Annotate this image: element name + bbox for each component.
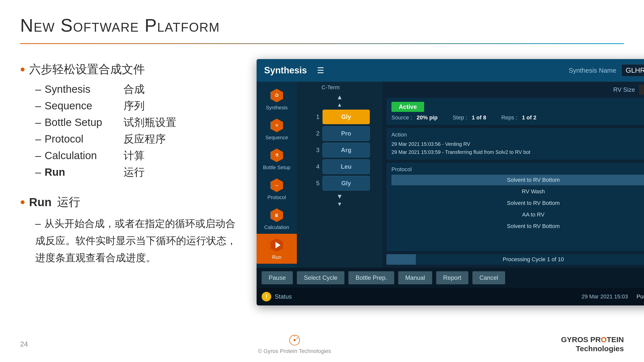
gyros-logo-icon — [288, 334, 301, 346]
svg-point-13 — [294, 339, 296, 341]
triangle-up-small-icon[interactable]: ▲ — [337, 102, 342, 108]
app-status-bar: ! Status 29 Mar 2021 15:03 PurePep Sonat… — [257, 288, 644, 305]
status-bar-datetime: 29 Mar 2021 15:03 — [582, 293, 628, 300]
triangle-down-icon[interactable]: ▼ — [336, 193, 343, 200]
source-field: Source : 20% pip — [391, 114, 437, 121]
item-calculation-label: Calculation — [45, 150, 120, 162]
c-term-row: C-Term — [297, 84, 382, 93]
cancel-button[interactable]: Cancel — [472, 271, 505, 284]
sidebar-item-sequence[interactable]: ≡ Sequence — [257, 114, 297, 144]
synthesis-name-value[interactable]: GLHRH ▼ — [621, 64, 644, 77]
arrow-up-group[interactable]: ▲ ▲ — [336, 93, 343, 108]
list-item-protocol: Protocol 反应程序 — [35, 132, 236, 146]
app-header-title: Synthesis — [264, 65, 307, 76]
list-item-bottlesetup: Bottle Setup 试剂瓶设置 — [35, 115, 236, 129]
sidebar-calculation-label: Calculation — [264, 224, 289, 230]
seq-btn-arg[interactable]: Arg — [323, 143, 370, 157]
page-title: New Software Platform — [20, 15, 624, 36]
seq-btn-gly-1[interactable]: Gly — [323, 110, 370, 124]
warning-icon: ! — [262, 292, 271, 301]
report-button[interactable]: Report — [436, 271, 468, 284]
triangle-up-icon[interactable]: ▲ — [336, 93, 343, 101]
svg-text:≡: ≡ — [275, 122, 278, 128]
action-line-2: 29 Mar 2021 15:03:59 - Transferring flui… — [391, 148, 644, 156]
run-icon — [269, 237, 285, 253]
bullet-section-2: Run 运行 从头开始合成，或者在指定的循环或启动合成反应。软件实时显示当下循环… — [20, 194, 236, 266]
seq-row-1: 1 Gly — [312, 110, 370, 124]
protocol-item-4: AA to RV — [391, 209, 644, 220]
action-card: Action 29 Mar 2021 15:03:56 - Venting RV… — [386, 128, 644, 160]
sequence-icon: ≡ — [269, 118, 285, 133]
triangle-down-small-icon[interactable]: ▼ — [337, 201, 342, 207]
item-synthesis-label: Synthesis — [45, 83, 120, 95]
svg-text:↔: ↔ — [274, 183, 279, 188]
app-body: ⚙ Synthesis ≡ Sequence — [257, 82, 644, 268]
bullet1-text: 六步轻松设置合成文件 — [29, 62, 145, 77]
seq-btn-pro[interactable]: Pro — [323, 126, 370, 141]
rv-size-row: RV Size 2000 mL — [386, 85, 644, 95]
seq-num-1: 1 — [312, 113, 319, 120]
synthesis-name-dropdown[interactable]: GLHRH ▼ — [621, 64, 644, 77]
app-window: Synthesis ☰ Synthesis Name GLHRH ▼ — [257, 59, 644, 305]
sidebar-synthesis-label: Synthesis — [266, 105, 288, 111]
synthesis-name-label: Synthesis Name — [569, 67, 616, 74]
sidebar-item-bottlesetup[interactable]: ⚗ Bottle Setup — [257, 144, 297, 174]
seq-row-4: 4 Leu — [312, 159, 370, 174]
bottle-prep-button[interactable]: Bottle Prep. — [348, 271, 394, 284]
svg-text:🖩: 🖩 — [274, 213, 279, 218]
seq-num-3: 3 — [312, 147, 319, 154]
sidebar-item-protocol[interactable]: ↔ Protocol — [257, 174, 297, 204]
step-label: Step : — [453, 114, 467, 121]
reps-value: 1 of 2 — [522, 114, 536, 121]
app-right-panel: RV Size 2000 mL Active Source : — [382, 82, 644, 268]
protocol-card: Protocol ☰ Solvent to RV Bottom RV Wash … — [386, 163, 644, 251]
right-column: Synthesis ☰ Synthesis Name GLHRH ▼ — [257, 59, 644, 305]
bullet2-run-chinese: 运行 — [57, 194, 80, 210]
sidebar-run-label: Run — [272, 254, 281, 260]
brand-logo: PurePep Sonata+ — [636, 293, 644, 300]
source-value: 20% pip — [417, 114, 437, 121]
sidebar-item-synthesis[interactable]: ⚙ Synthesis — [257, 84, 297, 114]
progress-bar-section: Processing Cycle 1 of 10 — [386, 254, 644, 265]
action-header: Action — [391, 131, 644, 138]
sidebar-item-run[interactable]: Run — [257, 234, 297, 264]
seq-num-2: 2 — [312, 130, 319, 137]
item-calculation-chinese: 计算 — [124, 149, 145, 163]
protocol-item-3: Solvent to RV Bottom — [391, 198, 644, 208]
sidebar-sequence-label: Sequence — [265, 135, 288, 141]
seq-btn-leu[interactable]: Leu — [323, 159, 370, 174]
footer-brand: GYROS PROTEIN Technologies — [561, 335, 624, 353]
item-run-chinese: 运行 — [124, 165, 145, 179]
step-value: 1 of 8 — [472, 114, 486, 121]
list-item-calculation: Calculation 计算 — [35, 149, 236, 163]
page-footer: 24 © Gyros Protein Technologies GYROS PR… — [20, 334, 624, 354]
step-field: Step : 1 of 8 — [453, 114, 486, 121]
select-cycle-button[interactable]: Select Cycle — [297, 271, 344, 284]
protocol-item-2: RV Wash — [391, 186, 644, 197]
seq-num-5: 5 — [312, 180, 319, 187]
arrow-down-group[interactable]: ▼ ▼ — [336, 193, 343, 207]
footer-page-num: 24 — [20, 340, 28, 348]
list-item-sequence: Sequence 序列 — [35, 99, 236, 113]
svg-line-15 — [297, 338, 298, 339]
list-item-run: Run 运行 — [35, 165, 236, 179]
seq-row-5: 5 Gly — [312, 176, 370, 191]
page: New Software Platform 六步轻松设置合成文件 Synthes… — [0, 0, 644, 362]
pause-button[interactable]: Pause — [262, 271, 293, 284]
protocol-header: Protocol — [391, 166, 644, 173]
status-card: Active Source : 20% pip Step : — [386, 98, 644, 125]
seq-row-3: 3 Arg — [312, 143, 370, 157]
protocol-item-1: Solvent to RV Bottom — [391, 175, 644, 185]
bullet-main-2: Run 运行 — [20, 194, 236, 210]
app-header: Synthesis ☰ Synthesis Name GLHRH ▼ — [257, 59, 644, 82]
manual-button[interactable]: Manual — [398, 271, 432, 284]
title-divider — [20, 43, 624, 44]
rv-size-value: 2000 mL — [639, 85, 644, 95]
sidebar-item-calculation[interactable]: 🖩 Calculation — [257, 204, 297, 234]
hamburger-icon[interactable]: ☰ — [317, 66, 324, 75]
seq-btn-gly-5[interactable]: Gly — [323, 176, 370, 191]
sequence-list: 1 Gly 2 Pro 3 Arg — [297, 110, 382, 191]
c-term-label: C-Term — [321, 84, 360, 91]
list-item-synthesis: Synthesis 合成 — [35, 82, 236, 96]
item-run-label: Run — [45, 166, 120, 178]
